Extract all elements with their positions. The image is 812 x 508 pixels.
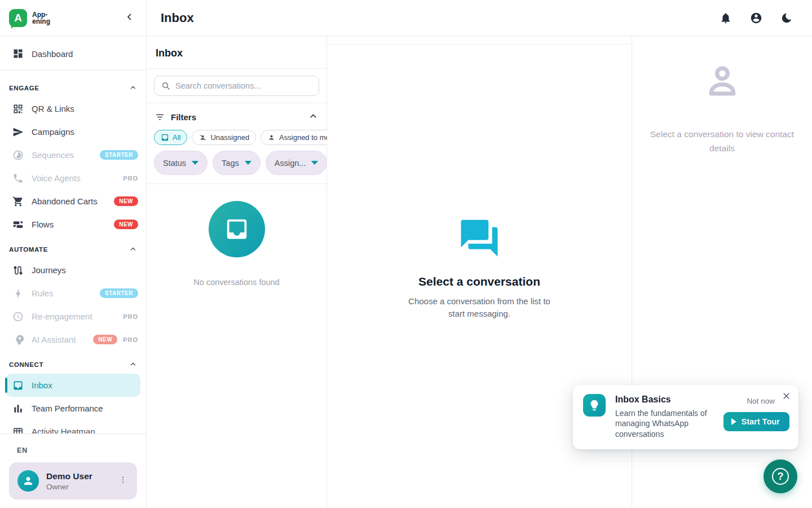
inbox-icon: [161, 133, 169, 142]
sidebar-item-flows[interactable]: Flows NEW: [0, 213, 146, 236]
starter-badge: STARTER: [100, 150, 138, 160]
sequences-icon: [12, 150, 24, 161]
chip-label: All: [173, 133, 180, 142]
clock-icon: [12, 311, 24, 322]
conversation-list-header: Inbox: [147, 36, 326, 69]
qr-code-icon: [12, 103, 24, 115]
sidebar-item-label: Rules: [32, 288, 100, 298]
chat-toolbar-strip: [327, 36, 632, 45]
filters-section: Filters All Unassigned: [147, 103, 326, 184]
section-title: AUTOMATE: [9, 246, 48, 253]
conversation-list-empty-state: No conversations found: [147, 184, 326, 287]
filters-header[interactable]: Filters: [154, 109, 319, 130]
dropdown-label: Assign...: [275, 159, 306, 168]
brand-name-line2: ening: [32, 18, 50, 25]
tags-dropdown[interactable]: Tags: [213, 151, 261, 175]
section-connect[interactable]: CONNECT: [0, 351, 146, 374]
start-tour-button[interactable]: Start Tour: [723, 412, 789, 431]
sidebar-item-sequences[interactable]: Sequences STARTER: [0, 143, 146, 167]
sidebar-item-voice-agents[interactable]: Voice Agents PRO: [0, 167, 146, 190]
new-badge: NEW: [114, 220, 138, 229]
question-mark-icon: ?: [772, 468, 789, 485]
starter-badge: STARTER: [100, 288, 138, 298]
search-box[interactable]: [154, 76, 319, 96]
help-button[interactable]: ?: [764, 459, 797, 493]
lightning-icon: [12, 288, 24, 299]
bar-chart-icon: [12, 403, 24, 414]
contact-person-icon: [704, 63, 741, 103]
person-icon: [21, 474, 35, 488]
lightbulb-icon: [583, 394, 606, 417]
brand-initial: A: [14, 12, 22, 24]
chevron-up-icon[interactable]: [308, 111, 318, 123]
chevron-left-icon: [125, 12, 135, 22]
start-tour-label: Start Tour: [742, 417, 780, 426]
sidebar-collapse-button[interactable]: [122, 10, 137, 26]
new-badge: NEW: [93, 335, 117, 344]
user-meta: Demo User Owner: [46, 471, 114, 491]
sidebar-item-label: Inbox: [32, 380, 134, 390]
sidebar-nav: Dashboard ENGAGE QR & Links Campaigns: [0, 36, 146, 433]
chip-label: Unassigned: [210, 133, 249, 142]
sidebar-item-label: Abandoned Carts: [32, 196, 114, 206]
sidebar-item-abandoned-carts[interactable]: Abandoned Carts NEW: [0, 190, 146, 213]
sidebar-footer: EN Demo User Owner: [0, 433, 146, 508]
person-icon: [267, 133, 276, 142]
toast-title: Inbox Basics: [615, 395, 717, 405]
chevron-up-icon: [129, 360, 137, 369]
chat-empty-title: Select a conversation: [418, 275, 540, 288]
status-dropdown[interactable]: Status: [154, 151, 208, 175]
person-off-icon: [198, 133, 207, 142]
sidebar-item-ai-assistant[interactable]: AI Assistant NEW PRO: [0, 328, 146, 351]
dark-mode-moon-icon[interactable]: [780, 12, 793, 24]
heatmap-grid-icon: [12, 426, 24, 434]
chat-bubbles-icon: [457, 216, 501, 260]
sidebar-item-campaigns[interactable]: Campaigns: [0, 120, 146, 143]
sidebar-item-rules[interactable]: Rules STARTER: [0, 282, 146, 305]
section-engage[interactable]: ENGAGE: [0, 75, 146, 97]
section-automate[interactable]: AUTOMATE: [0, 236, 146, 259]
route-icon: [12, 265, 24, 276]
page-title: Inbox: [161, 11, 194, 25]
brand-logo-icon: A: [9, 9, 27, 27]
sidebar-item-label: AI Assistant: [32, 335, 87, 344]
pro-label: PRO: [123, 175, 138, 182]
user-role: Owner: [46, 483, 114, 491]
sidebar-item-reengagement[interactable]: Re-engagement PRO: [0, 305, 146, 328]
filters-label: Filters: [171, 112, 196, 122]
chevron-up-icon: [129, 84, 137, 93]
play-icon: [731, 418, 736, 425]
filter-chip-assigned-to-me[interactable]: Assigned to me: [261, 130, 337, 145]
language-selector[interactable]: EN: [9, 444, 137, 462]
assignee-dropdown[interactable]: Assign...: [266, 151, 328, 175]
sidebar-item-inbox[interactable]: Inbox: [6, 374, 140, 397]
divider: [0, 70, 146, 71]
sidebar-item-team-performance[interactable]: Team Performance: [0, 397, 146, 420]
filter-chip-unassigned[interactable]: Unassigned: [192, 130, 256, 145]
section-title: CONNECT: [9, 361, 43, 368]
notifications-bell-icon[interactable]: [720, 12, 732, 24]
topbar-icons: [720, 12, 793, 24]
sidebar-item-activity-heatmap[interactable]: Activity Heatmap: [0, 420, 146, 433]
sidebar-item-qr-links[interactable]: QR & Links: [0, 97, 146, 120]
sidebar-item-dashboard[interactable]: Dashboard: [0, 41, 146, 66]
brand-name: App- ening: [32, 11, 50, 25]
search-input[interactable]: [175, 81, 312, 90]
dropdown-label: Status: [163, 159, 186, 168]
not-now-button[interactable]: Not now: [747, 397, 775, 405]
filter-dropdowns: Status Tags Assign...: [154, 151, 319, 175]
pro-label: PRO: [123, 336, 138, 343]
sidebar-item-label: Activity Heatmap: [32, 427, 138, 433]
sidebar-item-label: Sequences: [32, 150, 100, 160]
sidebar-item-journeys[interactable]: Journeys: [0, 259, 146, 282]
chat-empty-subtitle: Choose a conversation from the list to s…: [403, 295, 555, 320]
close-icon[interactable]: [782, 392, 791, 402]
dashboard-icon: [12, 48, 24, 59]
filter-chip-all[interactable]: All: [154, 130, 187, 145]
avatar: [17, 470, 39, 492]
user-card[interactable]: Demo User Owner: [9, 462, 137, 500]
user-menu-dots-icon[interactable]: [114, 473, 131, 489]
sidebar-item-label: Re-engagement: [32, 312, 123, 321]
account-circle-icon[interactable]: [750, 12, 762, 24]
sidebar-item-label: Campaigns: [32, 127, 138, 137]
